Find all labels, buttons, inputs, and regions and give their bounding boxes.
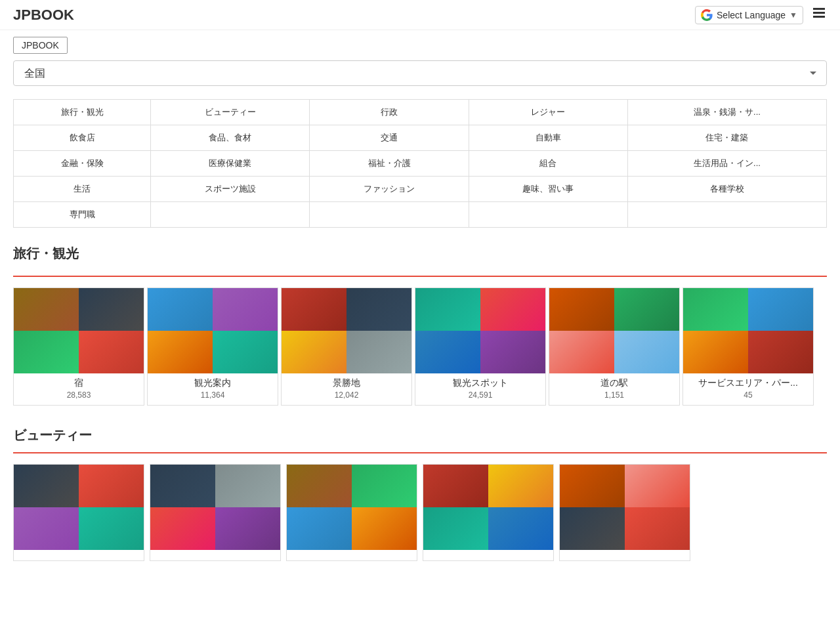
card-image-4 [213, 331, 278, 373]
card-image-4 [480, 331, 545, 373]
card-count [560, 555, 690, 560]
category-card[interactable] [13, 464, 144, 561]
category-card[interactable]: 観光案内11,364 [147, 287, 278, 406]
card-image-3 [148, 331, 213, 373]
category-card[interactable]: サービスエリア・パー...45 [682, 287, 814, 406]
category-card[interactable] [150, 464, 281, 561]
category-cell[interactable]: スポーツ施設 [151, 177, 310, 202]
category-card[interactable] [286, 464, 417, 561]
category-cell[interactable]: ビューティー [151, 100, 310, 125]
category-cell[interactable]: 行政 [310, 100, 469, 125]
category-card[interactable] [559, 464, 690, 561]
category-grid: 旅行・観光ビューティー行政レジャー温泉・銭湯・サ...飲食店食品、食材交通自動車… [13, 99, 827, 228]
card-image-4 [215, 507, 280, 550]
category-cell[interactable]: 福祉・介護 [310, 151, 469, 177]
category-cell[interactable]: レジャー [469, 100, 627, 125]
travel-divider [13, 276, 827, 277]
card-images [560, 465, 690, 550]
card-label: 道の駅 [549, 373, 679, 390]
card-image-1 [415, 288, 480, 331]
category-cell[interactable]: ファッション [310, 177, 469, 202]
category-cell[interactable]: 食品、食材 [151, 125, 310, 151]
category-cell[interactable]: 飲食店 [14, 125, 151, 151]
category-cell[interactable]: 生活 [14, 177, 151, 202]
card-image-2 [79, 465, 144, 507]
site-logo[interactable]: JPBOOK [13, 7, 74, 24]
beauty-section-title: ビューティー [13, 427, 827, 444]
beauty-section: ビューティー [0, 416, 840, 444]
category-card[interactable]: 観光スポット24,591 [415, 287, 546, 406]
card-images [282, 288, 411, 373]
card-image-2 [215, 465, 280, 507]
card-image-2 [488, 465, 553, 507]
travel-section: 旅行・観光 [0, 234, 840, 276]
header-right: Select Language ▼ [695, 5, 827, 24]
card-image-1 [287, 465, 352, 507]
category-cell[interactable]: 温泉・銭湯・サ... [627, 100, 826, 125]
category-cell[interactable]: 医療保健業 [151, 151, 310, 177]
card-image-2 [79, 288, 144, 331]
category-cell [469, 202, 627, 228]
category-cell[interactable]: 住宅・建築 [627, 125, 826, 151]
card-count [287, 555, 417, 560]
card-image-1 [282, 288, 346, 331]
card-count: 11,364 [148, 390, 278, 405]
category-cell[interactable]: 旅行・観光 [14, 100, 151, 125]
card-count: 28,583 [14, 390, 144, 405]
category-card[interactable]: 宿28,583 [13, 287, 144, 406]
card-image-3 [150, 507, 215, 550]
card-images [423, 465, 553, 550]
category-cell[interactable]: 自動車 [469, 125, 627, 151]
card-image-1 [148, 288, 213, 331]
card-image-3 [549, 331, 614, 373]
category-cell[interactable]: 各種学校 [627, 177, 826, 202]
card-image-2 [346, 288, 411, 331]
card-image-1 [14, 288, 79, 331]
category-cell[interactable]: 交通 [310, 125, 469, 151]
category-card[interactable] [423, 464, 554, 561]
category-cell[interactable]: 生活用品・イン... [627, 151, 826, 177]
card-image-4 [352, 507, 417, 550]
card-images [14, 288, 144, 373]
card-image-3 [683, 331, 748, 373]
card-image-3 [14, 507, 79, 550]
category-cell[interactable]: 趣味、習い事 [469, 177, 627, 202]
card-image-4 [748, 331, 813, 373]
card-image-1 [150, 465, 215, 507]
card-image-2 [614, 288, 679, 331]
card-image-2 [748, 288, 813, 331]
card-label [560, 550, 690, 555]
category-card[interactable]: 景勝地12,042 [281, 287, 412, 406]
list-view-icon[interactable] [811, 5, 827, 24]
breadcrumb-bar: JPBOOK [0, 30, 840, 60]
card-image-4 [488, 507, 553, 550]
svg-rect-2 [813, 16, 825, 18]
category-cell[interactable]: 専門職 [14, 202, 151, 228]
card-count: 45 [683, 390, 813, 405]
card-count [14, 555, 144, 560]
region-selector-wrap: 全国 北海道 東北 関東 中部 近畿 中国 四国 九州・沖縄 [0, 60, 840, 93]
category-cell[interactable]: 組合 [469, 151, 627, 177]
card-count [150, 555, 280, 560]
region-select[interactable]: 全国 北海道 東北 関東 中部 近畿 中国 四国 九州・沖縄 [13, 60, 827, 86]
travel-section-title: 旅行・観光 [13, 245, 827, 262]
card-image-4 [625, 507, 690, 550]
card-image-1 [560, 465, 625, 507]
card-image-2 [480, 288, 545, 331]
card-image-4 [79, 331, 144, 373]
svg-rect-1 [813, 12, 825, 14]
category-cell [310, 202, 469, 228]
card-count: 24,591 [415, 390, 545, 405]
language-selector[interactable]: Select Language ▼ [695, 6, 803, 24]
card-label: 景勝地 [282, 373, 411, 390]
card-image-2 [352, 465, 417, 507]
travel-cards-grid: 宿28,583観光案内11,364景勝地12,042観光スポット24,591道の… [0, 287, 840, 416]
card-count: 1,151 [549, 390, 679, 405]
beauty-cards-grid [0, 464, 840, 585]
category-card[interactable]: 道の駅1,151 [549, 287, 680, 406]
breadcrumb-item[interactable]: JPBOOK [13, 37, 68, 54]
google-icon [701, 9, 713, 21]
category-cell[interactable]: 金融・保険 [14, 151, 151, 177]
header: JPBOOK Select Language ▼ [0, 0, 840, 30]
card-label: 観光スポット [415, 373, 545, 390]
